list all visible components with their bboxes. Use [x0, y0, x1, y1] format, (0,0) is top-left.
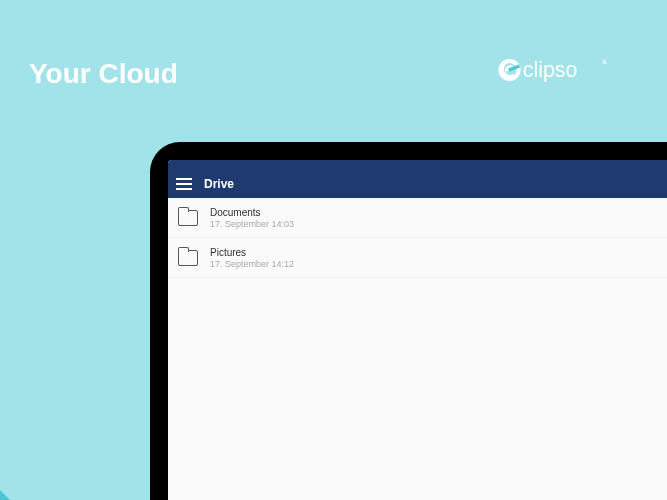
drive-list: Documents 17. September 14:03 Pictures 1… — [168, 198, 667, 500]
list-item-title: Documents — [210, 207, 294, 218]
list-item[interactable]: Pictures 17. September 14:12 — [168, 238, 667, 278]
device-screen: Drive Documents 17. September 14:03 Pict… — [168, 160, 667, 500]
list-item[interactable]: Documents 17. September 14:03 — [168, 198, 667, 238]
app-bar-title: Drive — [204, 177, 234, 191]
device-frame: Drive Documents 17. September 14:03 Pict… — [150, 142, 667, 500]
app-bar: Drive — [168, 170, 667, 198]
list-item-text: Pictures 17. September 14:12 — [210, 247, 294, 269]
svg-text:®: ® — [603, 59, 607, 65]
list-item-subtitle: 17. September 14:03 — [210, 219, 294, 229]
promo-stage: Your Cloud clipso ® — [0, 0, 667, 500]
list-item-subtitle: 17. September 14:12 — [210, 259, 294, 269]
svg-text:clipso: clipso — [523, 58, 578, 82]
list-item-text: Documents 17. September 14:03 — [210, 207, 294, 229]
eclipso-wordmark-icon: clipso ® — [498, 56, 638, 84]
hero-title: Your Cloud — [29, 58, 178, 90]
device-bezel: Drive Documents 17. September 14:03 Pict… — [164, 156, 667, 500]
folder-icon — [178, 210, 198, 226]
brand-logo: clipso ® — [498, 55, 638, 85]
menu-icon[interactable] — [176, 178, 192, 190]
status-bar — [168, 160, 667, 170]
folder-icon — [178, 250, 198, 266]
list-item-title: Pictures — [210, 247, 294, 258]
